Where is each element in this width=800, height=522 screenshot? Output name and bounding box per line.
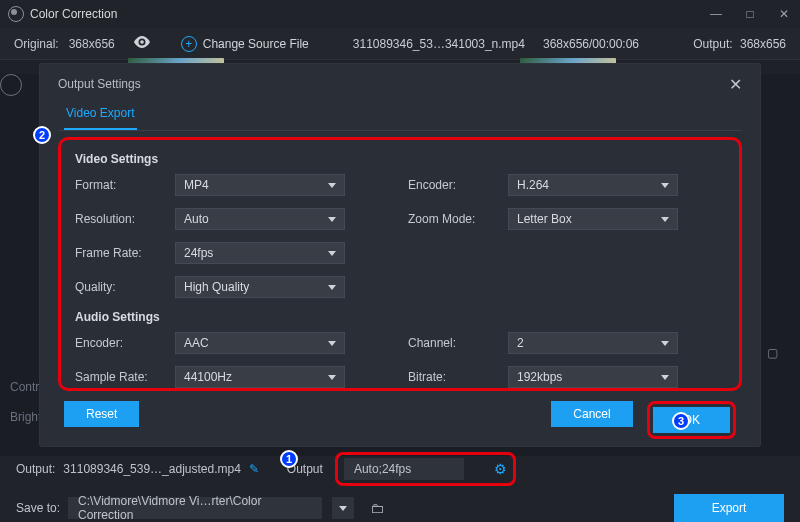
- bitrate-label: Bitrate:: [408, 370, 508, 384]
- resolution-select[interactable]: Auto: [175, 208, 345, 230]
- plus-icon: +: [181, 36, 197, 52]
- framerate-value: 24fps: [184, 246, 213, 260]
- titlebar: Color Correction — □ ✕: [0, 0, 800, 28]
- encoder-label: Encoder:: [408, 178, 508, 192]
- dialog-close-button[interactable]: ✕: [729, 75, 742, 94]
- zoom-select[interactable]: Letter Box: [508, 208, 678, 230]
- channel-select[interactable]: 2: [508, 332, 678, 354]
- change-source-label: Change Source File: [203, 37, 309, 51]
- app-icon: [8, 6, 24, 22]
- svg-point-0: [140, 40, 144, 44]
- settings-panel: Video Settings Format: MP4 Encoder: H.26…: [58, 137, 742, 391]
- chevron-down-icon: [328, 375, 336, 380]
- audio-encoder-value: AAC: [184, 336, 209, 350]
- chevron-down-icon: [328, 217, 336, 222]
- channel-value: 2: [517, 336, 524, 350]
- output-spec-highlight: Auto;24fps ⚙: [335, 452, 516, 486]
- app-title: Color Correction: [30, 7, 117, 21]
- original-dims: 368x656: [69, 37, 115, 51]
- cancel-button[interactable]: Cancel: [551, 401, 632, 427]
- bitrate-select[interactable]: 192kbps: [508, 366, 678, 388]
- output-settings-dialog: Output Settings ✕ Video Export Video Set…: [40, 64, 760, 446]
- crop-icon[interactable]: ▢: [767, 346, 778, 360]
- save-to-label: Save to:: [16, 501, 60, 515]
- open-folder-icon[interactable]: 🗀: [370, 500, 384, 516]
- annotation-3: 3: [672, 412, 690, 430]
- output-spec-value[interactable]: Auto;24fps: [344, 458, 464, 480]
- channel-label: Channel:: [408, 336, 508, 350]
- output-label: Output:: [693, 37, 732, 51]
- video-settings-title: Video Settings: [75, 152, 725, 166]
- output-file-name: 311089346_539…_adjusted.mp4: [63, 462, 240, 476]
- chevron-down-icon: [661, 375, 669, 380]
- tab-video-export[interactable]: Video Export: [64, 100, 137, 130]
- samplerate-label: Sample Rate:: [75, 370, 175, 384]
- chevron-down-icon: [328, 341, 336, 346]
- encoder-value: H.264: [517, 178, 549, 192]
- quality-value: High Quality: [184, 280, 249, 294]
- minimize-button[interactable]: —: [708, 7, 724, 21]
- chevron-down-icon: [339, 506, 347, 511]
- quality-label: Quality:: [75, 280, 175, 294]
- export-button[interactable]: Export: [674, 494, 784, 522]
- format-select[interactable]: MP4: [175, 174, 345, 196]
- resolution-value: Auto: [184, 212, 209, 226]
- annotation-1: 1: [280, 450, 298, 468]
- chevron-down-icon: [328, 251, 336, 256]
- original-label: Original:: [14, 37, 59, 51]
- samplerate-value: 44100Hz: [184, 370, 232, 384]
- source-meta: 368x656/00:00:06: [543, 37, 639, 51]
- change-source-button[interactable]: + Change Source File: [181, 36, 309, 52]
- reset-button[interactable]: Reset: [64, 401, 139, 427]
- resolution-label: Resolution:: [75, 212, 175, 226]
- format-value: MP4: [184, 178, 209, 192]
- encoder-select[interactable]: H.264: [508, 174, 678, 196]
- ok-button[interactable]: OK: [653, 407, 730, 433]
- chevron-down-icon: [661, 183, 669, 188]
- dialog-title: Output Settings: [58, 77, 141, 91]
- toolbar: Original: 368x656 + Change Source File 3…: [0, 28, 800, 60]
- output-dims: 368x656: [740, 37, 786, 51]
- audio-settings-title: Audio Settings: [75, 310, 725, 324]
- edit-icon[interactable]: ✎: [249, 462, 259, 476]
- annotation-2: 2: [33, 126, 51, 144]
- save-path[interactable]: C:\Vidmore\Vidmore Vi…rter\Color Correct…: [68, 497, 322, 519]
- framerate-select[interactable]: 24fps: [175, 242, 345, 264]
- output-file-label: Output:: [16, 462, 55, 476]
- chevron-down-icon: [328, 183, 336, 188]
- close-button[interactable]: ✕: [776, 7, 792, 21]
- zoom-value: Letter Box: [517, 212, 572, 226]
- footer: Output: 311089346_539…_adjusted.mp4 ✎ Ou…: [0, 456, 800, 522]
- maximize-button[interactable]: □: [742, 7, 758, 21]
- format-label: Format:: [75, 178, 175, 192]
- source-filename: 311089346_53…341003_n.mp4: [353, 37, 525, 51]
- compare-icon[interactable]: [133, 36, 151, 51]
- ok-highlight: OK: [647, 401, 736, 439]
- samplerate-select[interactable]: 44100Hz: [175, 366, 345, 388]
- zoom-label: Zoom Mode:: [408, 212, 508, 226]
- audio-encoder-label: Encoder:: [75, 336, 175, 350]
- gear-icon[interactable]: ⚙: [494, 461, 507, 477]
- bitrate-value: 192kbps: [517, 370, 562, 384]
- chevron-down-icon: [661, 341, 669, 346]
- save-path-dropdown[interactable]: [332, 497, 354, 519]
- chevron-down-icon: [328, 285, 336, 290]
- audio-encoder-select[interactable]: AAC: [175, 332, 345, 354]
- framerate-label: Frame Rate:: [75, 246, 175, 260]
- chevron-down-icon: [661, 217, 669, 222]
- play-button[interactable]: [0, 74, 22, 96]
- quality-select[interactable]: High Quality: [175, 276, 345, 298]
